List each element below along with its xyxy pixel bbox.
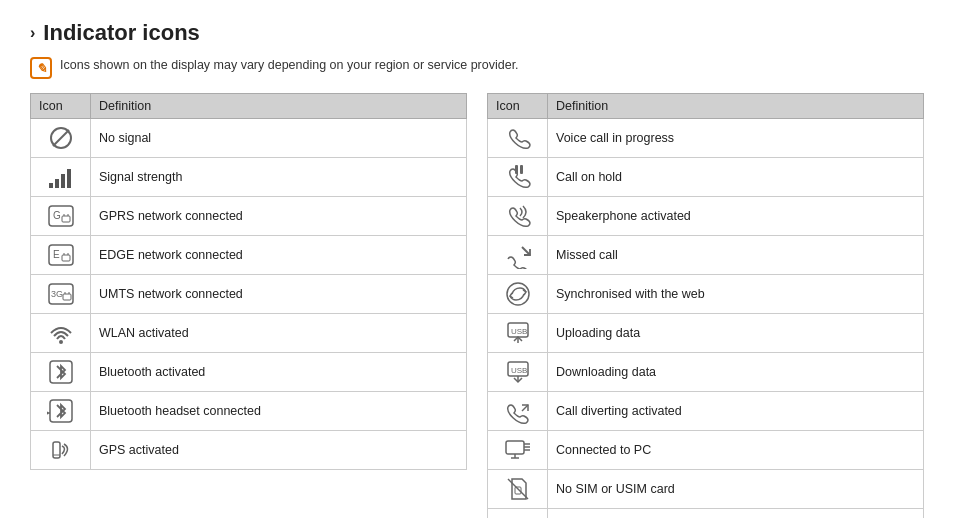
- icon-cell: 3G: [31, 275, 91, 314]
- sync-icon: [504, 280, 532, 308]
- svg-point-25: [47, 412, 49, 415]
- pc-connect-icon: [504, 436, 532, 464]
- svg-rect-27: [515, 165, 518, 174]
- icon-cell: [488, 392, 548, 431]
- svg-text:USB: USB: [511, 327, 527, 336]
- icon-cell: [488, 158, 548, 197]
- def-cell: No SIM or USIM card: [548, 470, 924, 509]
- def-cell: No signal: [91, 119, 467, 158]
- svg-rect-2: [49, 183, 53, 188]
- gprs-icon: G: [47, 202, 75, 230]
- table-row: No SIM or USIM card: [488, 470, 924, 509]
- page-container: › Indicator icons ✎ Icons shown on the d…: [30, 20, 924, 498]
- edge-icon: E: [47, 241, 75, 269]
- svg-point-21: [59, 340, 63, 344]
- icon-cell: E: [31, 236, 91, 275]
- def-cell: Uploading data: [548, 314, 924, 353]
- icon-cell: [488, 119, 548, 158]
- svg-text:USB: USB: [511, 366, 527, 375]
- svg-line-37: [522, 405, 528, 411]
- table-row: E EDGE network connected: [31, 236, 467, 275]
- table-row: Call on hold: [488, 158, 924, 197]
- table-row: No signal: [31, 119, 467, 158]
- icon-cell: [488, 236, 548, 275]
- svg-rect-3: [55, 179, 59, 188]
- no-signal-icon: [47, 124, 75, 152]
- icon-cell: G: [31, 197, 91, 236]
- def-cell: WLAN activated: [91, 314, 467, 353]
- bluetooth-icon: [47, 358, 75, 386]
- table-row: Connected to PC: [488, 431, 924, 470]
- right-col-icon-header: Icon: [488, 94, 548, 119]
- icon-cell: USB: [488, 314, 548, 353]
- def-cell: EDGE network connected: [91, 236, 467, 275]
- call-divert-icon: [504, 397, 532, 425]
- def-cell: Voice call in progress: [548, 119, 924, 158]
- def-cell: Call diverting activated: [548, 392, 924, 431]
- voice-call-icon: [504, 124, 532, 152]
- table-row: Speakerphone activated: [488, 197, 924, 236]
- chevron-icon: ›: [30, 24, 35, 42]
- wlan-icon: [47, 319, 75, 347]
- left-col-icon-header: Icon: [31, 94, 91, 119]
- def-cell: Bluetooth activated: [91, 353, 467, 392]
- table-row: Voice call in progress: [488, 119, 924, 158]
- upload-icon: USB: [504, 319, 532, 347]
- umts-icon: 3G: [47, 280, 75, 308]
- table-row: USB Downloading data: [488, 353, 924, 392]
- svg-point-30: [507, 283, 529, 305]
- table-row: Bluetooth headset connected: [31, 392, 467, 431]
- svg-rect-13: [62, 255, 70, 261]
- icon-cell: [31, 392, 91, 431]
- svg-rect-4: [61, 174, 65, 188]
- call-hold-icon: [504, 163, 532, 191]
- download-icon: USB: [504, 358, 532, 386]
- def-cell: Signal strength: [91, 158, 467, 197]
- notice-row: ✎ Icons shown on the display may vary de…: [30, 56, 924, 79]
- table-row: G GPRS network connected: [31, 197, 467, 236]
- svg-text:E: E: [53, 249, 60, 260]
- def-cell: GPS activated: [91, 431, 467, 470]
- icon-cell: [31, 431, 91, 470]
- icon-cell: [31, 314, 91, 353]
- columns: Icon Definition: [30, 93, 924, 518]
- speakerphone-icon: [504, 202, 532, 230]
- def-cell: UMTS network connected: [91, 275, 467, 314]
- svg-rect-28: [520, 165, 523, 174]
- svg-line-1: [53, 130, 69, 146]
- table-row: Signal strength: [31, 158, 467, 197]
- table-row: Synchronised with the web: [488, 275, 924, 314]
- def-cell: Downloading data: [548, 353, 924, 392]
- table-row: WLAN activated: [31, 314, 467, 353]
- left-table-container: Icon Definition: [30, 93, 467, 518]
- notice-text: Icons shown on the display may vary depe…: [60, 56, 519, 75]
- icon-cell: [488, 470, 548, 509]
- icon-cell: [488, 275, 548, 314]
- svg-rect-38: [506, 441, 524, 454]
- no-sim-icon: [504, 475, 532, 503]
- svg-rect-18: [63, 294, 71, 300]
- signal-strength-icon: [47, 163, 75, 191]
- icon-cell: USB: [488, 353, 548, 392]
- icon-cell: [31, 353, 91, 392]
- svg-rect-5: [67, 169, 71, 188]
- table-row: Call diverting activated: [488, 392, 924, 431]
- def-cell: Bluetooth headset connected: [91, 392, 467, 431]
- def-cell: Connected to PC: [548, 431, 924, 470]
- table-row: 3G UMTS network connected: [31, 275, 467, 314]
- table-row: USB Uploading data: [488, 314, 924, 353]
- table-row: New text or multimedia message: [488, 509, 924, 519]
- right-col-def-header: Definition: [548, 94, 924, 119]
- def-cell: Missed call: [548, 236, 924, 275]
- left-col-def-header: Definition: [91, 94, 467, 119]
- right-table: Icon Definition: [487, 93, 924, 518]
- left-table: Icon Definition: [30, 93, 467, 470]
- icon-cell: [488, 197, 548, 236]
- icon-cell: [31, 158, 91, 197]
- svg-rect-8: [62, 216, 70, 222]
- bluetooth-headset-icon: [47, 397, 75, 425]
- missed-call-icon: [504, 241, 532, 269]
- title-row: › Indicator icons: [30, 20, 924, 46]
- table-row: Bluetooth activated: [31, 353, 467, 392]
- svg-text:G: G: [53, 210, 61, 221]
